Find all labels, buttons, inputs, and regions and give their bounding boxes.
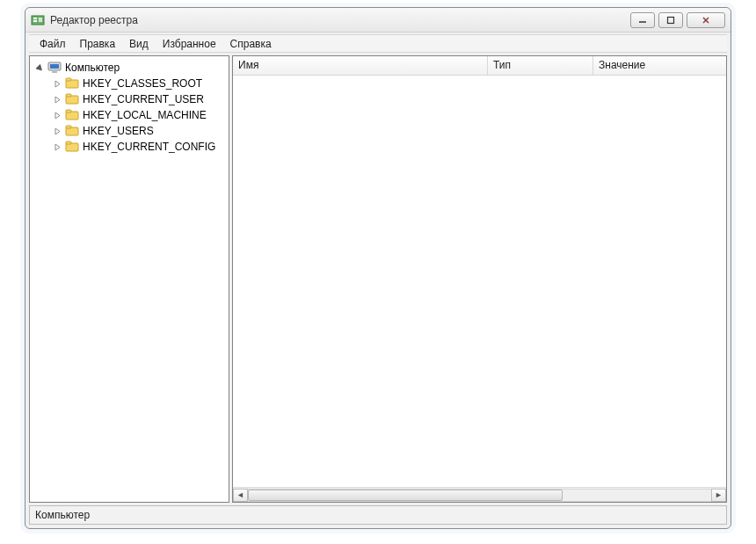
minimize-button[interactable] <box>630 12 655 28</box>
tree-item-hkcr[interactable]: HKEY_CLASSES_ROOT <box>32 76 227 91</box>
svg-rect-12 <box>66 78 71 81</box>
collapse-icon[interactable] <box>35 63 45 73</box>
folder-icon <box>65 76 79 91</box>
column-header-name[interactable]: Имя <box>233 56 488 75</box>
tree-item-label: HKEY_LOCAL_MACHINE <box>83 109 207 121</box>
menu-help[interactable]: Справка <box>223 36 279 52</box>
svg-rect-14 <box>66 94 71 97</box>
menu-edit[interactable]: Правка <box>73 36 123 52</box>
tree-panel[interactable]: Компьютер HKEY_CLASSES_ROOT HKEY_CURRE <box>29 55 229 503</box>
folder-icon <box>65 92 79 106</box>
titlebar[interactable]: Редактор реестра <box>25 8 731 33</box>
window-title: Редактор реестра <box>50 14 630 26</box>
status-path: Компьютер <box>35 509 90 521</box>
tree-item-hkcu[interactable]: HKEY_CURRENT_USER <box>32 91 227 107</box>
menu-view[interactable]: Вид <box>122 36 156 52</box>
list-header: Имя Тип Значение <box>233 56 726 76</box>
column-header-type[interactable]: Тип <box>488 56 593 75</box>
tree-root-label: Компьютер <box>65 62 120 74</box>
close-button[interactable] <box>687 12 725 28</box>
expand-icon[interactable] <box>53 79 62 89</box>
tree-item-label: HKEY_USERS <box>83 125 154 137</box>
svg-rect-5 <box>668 17 674 23</box>
window-controls <box>630 12 725 28</box>
window-frame: Редактор реестра Файл Правка Вид Избранн… <box>25 7 731 529</box>
menu-favorites[interactable]: Избранное <box>156 36 223 52</box>
list-panel: Имя Тип Значение ◄ ► <box>232 55 727 503</box>
tree-item-label: HKEY_CURRENT_USER <box>83 93 204 105</box>
menubar: Файл Правка Вид Избранное Справка <box>29 34 727 53</box>
regedit-icon <box>31 13 45 27</box>
svg-rect-16 <box>66 110 71 112</box>
scroll-track[interactable] <box>248 489 711 502</box>
tree-item-label: HKEY_CLASSES_ROOT <box>83 77 202 90</box>
svg-rect-18 <box>66 126 71 128</box>
menu-file[interactable]: Файл <box>33 36 73 52</box>
folder-icon <box>65 124 79 138</box>
column-header-value[interactable]: Значение <box>593 56 726 75</box>
list-body[interactable] <box>233 76 726 487</box>
expand-icon[interactable] <box>53 127 62 136</box>
svg-rect-9 <box>50 64 59 69</box>
scroll-right-button[interactable]: ► <box>711 489 726 502</box>
computer-icon <box>47 61 62 75</box>
folder-icon <box>65 108 79 122</box>
svg-rect-3 <box>39 18 42 22</box>
scroll-thumb[interactable] <box>248 490 563 501</box>
folder-icon <box>65 140 79 154</box>
expand-icon[interactable] <box>53 95 62 105</box>
tree-item-hklm[interactable]: HKEY_LOCAL_MACHINE <box>32 107 227 123</box>
maximize-button[interactable] <box>658 12 683 28</box>
expand-icon[interactable] <box>53 111 62 120</box>
statusbar: Компьютер <box>29 505 727 525</box>
tree-item-hkcc[interactable]: HKEY_CURRENT_CONFIG <box>32 139 227 155</box>
svg-rect-20 <box>66 141 71 144</box>
svg-rect-10 <box>52 71 57 73</box>
client-area: Компьютер HKEY_CLASSES_ROOT HKEY_CURRE <box>29 55 727 503</box>
svg-rect-2 <box>33 20 37 22</box>
scroll-left-button[interactable]: ◄ <box>233 489 248 502</box>
horizontal-scrollbar[interactable]: ◄ ► <box>233 487 726 502</box>
tree-item-hku[interactable]: HKEY_USERS <box>32 123 227 139</box>
expand-icon[interactable] <box>53 142 62 152</box>
tree-root[interactable]: Компьютер <box>32 60 227 76</box>
svg-rect-1 <box>33 18 37 19</box>
tree-item-label: HKEY_CURRENT_CONFIG <box>83 141 215 153</box>
